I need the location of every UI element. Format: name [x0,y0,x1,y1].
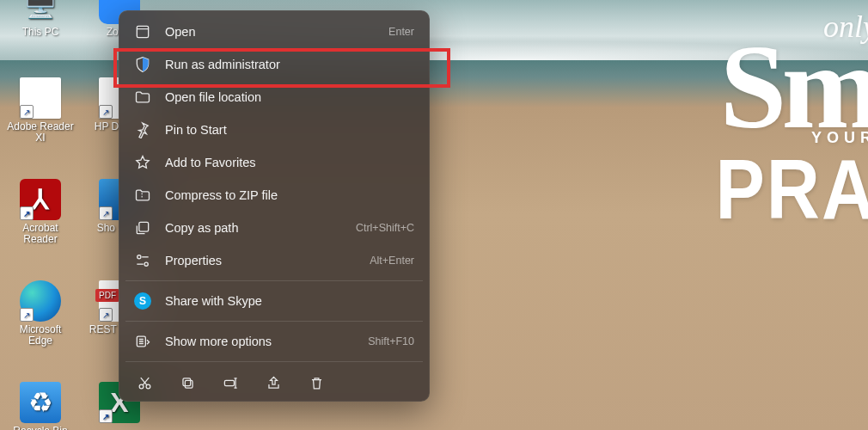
menu-item-run-admin[interactable]: Run as administrator [124,48,425,81]
monitor-icon: 🖥️ [20,0,61,24]
more-options-icon [134,333,151,350]
menu-label: Open [165,25,388,39]
svg-point-2 [138,255,141,259]
shield-icon [134,56,151,73]
shortcut-arrow-icon: ↗ [20,206,34,220]
pin-icon [134,121,151,138]
svg-point-3 [144,262,148,266]
copy-path-icon [134,219,151,236]
star-icon [134,154,151,171]
menu-shortcut: Ctrl+Shift+C [356,222,414,234]
menu-item-open[interactable]: Open Enter [124,15,425,48]
icon-label: Microsoft Edge [7,324,74,347]
skype-icon: S [134,292,151,310]
action-row [124,366,425,396]
menu-label: Share with Skype [165,294,414,308]
svg-rect-8 [182,378,190,385]
delete-button[interactable] [308,374,325,391]
menu-divider [125,280,423,281]
menu-label: Properties [165,254,370,267]
desktop-icon-edge[interactable]: ↗ Microsoft Edge [7,280,74,347]
menu-label: Run as administrator [165,58,414,71]
desktop-icon-this-pc[interactable]: 🖥️ This PC [7,0,74,38]
menu-shortcut: Enter [388,26,414,38]
svg-point-5 [139,384,144,389]
menu-divider [125,361,423,362]
svg-rect-0 [137,26,148,37]
menu-label: Copy as path [165,221,356,235]
share-button[interactable] [265,374,282,391]
cut-button[interactable] [136,374,153,391]
menu-item-pin-start[interactable]: Pin to Start [124,114,425,146]
shortcut-arrow-icon: ↗ [99,409,113,423]
properties-icon [134,252,151,269]
menu-label: Add to Favorites [165,156,414,169]
menu-item-more-options[interactable]: Show more options Shift+F10 [124,325,425,358]
acrobat-icon: ⅄↗ [20,179,61,220]
context-menu: Open Enter Run as administrator Open fil… [119,10,430,402]
folder-icon [134,89,151,106]
menu-shortcut: Shift+F10 [368,335,414,347]
recycle-bin-icon: ♻ [20,382,61,423]
menu-item-skype[interactable]: S Share with Skype [124,285,425,317]
menu-label: Pin to Start [165,123,414,137]
shortcut-arrow-icon: ↗ [99,206,113,220]
menu-label: Open file location [165,90,414,104]
svg-rect-7 [185,380,193,388]
shortcut-arrow-icon: ↗ [99,105,113,119]
desktop-icon-adobe-reader[interactable]: ↗ Adobe Reader XI [7,77,74,144]
open-icon [134,23,151,40]
menu-item-copy-path[interactable]: Copy as path Ctrl+Shift+C [124,212,425,244]
svg-point-6 [146,384,150,389]
menu-label: Compress to ZIP file [165,188,414,202]
edge-icon: ↗ [20,280,61,322]
menu-label: Show more options [165,335,368,348]
zip-icon [134,187,151,204]
shortcut-arrow-icon: ↗ [20,105,34,119]
menu-item-compress[interactable]: Compress to ZIP file [124,179,425,212]
icon-label: Adobe Reader XI [7,121,74,144]
menu-shortcut: Alt+Enter [370,255,414,267]
copy-button[interactable] [179,374,196,391]
shortcut-arrow-icon: ↗ [99,308,113,322]
svg-rect-9 [224,380,234,385]
menu-item-favorites[interactable]: Add to Favorites [124,146,425,179]
shortcut-arrow-icon: ↗ [20,308,34,322]
file-icon: ↗ [20,77,61,119]
menu-item-properties[interactable]: Properties Alt+Enter [124,244,425,277]
icon-label: This PC [7,27,74,38]
desktop-icon-acrobat[interactable]: ⅄↗ Acrobat Reader [7,179,74,245]
icon-label: Recycle Bin [7,426,74,430]
svg-rect-1 [139,222,149,231]
icon-label: Acrobat Reader [7,223,74,245]
menu-item-open-location[interactable]: Open file location [124,81,425,114]
menu-divider [125,321,423,322]
rename-button[interactable] [222,374,239,391]
desktop-icon-recycle-bin[interactable]: ♻ Recycle Bin [7,382,74,430]
